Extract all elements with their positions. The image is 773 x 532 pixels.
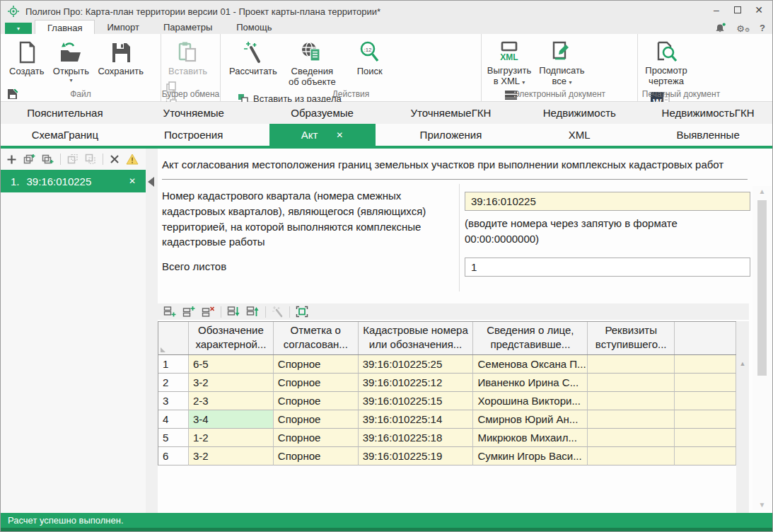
table-cell[interactable] <box>588 447 675 466</box>
header-designation[interactable]: Обозначениехарактерной... <box>189 322 274 354</box>
table-cell[interactable] <box>675 374 736 392</box>
table-cell[interactable] <box>675 355 736 374</box>
table-cell[interactable]: 39:16:010225:18 <box>359 429 474 447</box>
tab-shema-granits[interactable]: СхемаГраниц <box>1 124 129 146</box>
ribbon-tab-pomosch[interactable]: Помощь <box>224 20 284 34</box>
ribbon-tab-glavnaya[interactable]: Главная <box>35 20 95 34</box>
tab-akt[interactable]: Акт✕ <box>269 124 376 146</box>
tab-xml[interactable]: XML <box>515 124 644 146</box>
table-cell[interactable]: 1-2 <box>189 429 274 447</box>
table-cell[interactable]: 39:16:010225:25 <box>359 355 474 374</box>
table-cell[interactable]: Хорошина Виктори... <box>473 392 588 410</box>
settings-gear-icon[interactable]: ⚙⚙ <box>736 22 750 35</box>
scrollbar-thumb[interactable] <box>757 200 767 376</box>
tab-close-icon[interactable]: ✕ <box>336 130 343 140</box>
table-cell[interactable]: Спорное <box>274 374 359 392</box>
sheets-total-input[interactable]: 1 <box>465 258 750 277</box>
row-number[interactable]: 1 <box>158 355 189 374</box>
sign-all-button[interactable]: Подписать все ▾ <box>537 39 586 88</box>
close-button[interactable]: ✕ <box>748 1 769 19</box>
table-cell[interactable]: 3-2 <box>189 374 274 392</box>
table-cell[interactable]: Смирнов Юрий Ан... <box>473 410 588 429</box>
table-cell[interactable] <box>675 392 736 410</box>
table-cell[interactable]: Спорное <box>274 410 359 429</box>
tab-obrazuemye[interactable]: Образуемые <box>258 102 387 124</box>
maximize-button[interactable] <box>727 1 748 19</box>
table-cell[interactable]: Спорное <box>274 355 359 374</box>
table-cell[interactable]: Иваненко Ирина С... <box>473 374 588 392</box>
table-cell[interactable] <box>588 355 675 374</box>
table-cell[interactable] <box>675 447 736 466</box>
table-cell[interactable]: Микрюков Михаил... <box>473 429 588 447</box>
autofill-wand-icon[interactable] <box>272 306 284 318</box>
export-xml-button[interactable]: XML Выгрузить в XML ▾ <box>484 39 534 88</box>
object-info-button[interactable]: Сведения об объекте <box>283 39 341 89</box>
table-cell[interactable]: 3-4 <box>189 410 274 429</box>
table-cell[interactable] <box>675 429 736 447</box>
ribbon-tab-parametry[interactable]: Параметры <box>151 20 224 34</box>
quarter-number-input[interactable]: 39:16:010225 <box>465 192 750 211</box>
table-scrollbar[interactable]: ▲ <box>736 321 749 513</box>
row-number[interactable]: 4 <box>158 410 189 429</box>
header-empty[interactable] <box>675 322 736 354</box>
sidebar-item-quarter[interactable]: 1. 39:16:010225 ✕ <box>1 170 146 192</box>
tab-vyyavlennye[interactable]: Выявленные <box>644 124 772 146</box>
move-row-up-icon[interactable] <box>246 306 260 318</box>
duplicate-item-icon[interactable] <box>23 154 35 165</box>
insert-row-icon[interactable] <box>182 306 196 318</box>
table-cell[interactable]: 3-2 <box>189 447 274 466</box>
row-number[interactable]: 3 <box>158 392 189 410</box>
ribbon-tab-import[interactable]: Импорт <box>95 20 151 34</box>
delete-item-icon[interactable] <box>110 154 120 164</box>
row-number[interactable]: 5 <box>158 429 189 447</box>
table-cell[interactable]: 39:16:010225:12 <box>359 374 474 392</box>
table-cell[interactable] <box>588 410 675 429</box>
sidebar-gutter[interactable] <box>146 149 158 514</box>
main-scrollbar[interactable]: ▲ ▼ <box>752 186 772 510</box>
table-cell[interactable]: 39:16:010225:14 <box>359 410 474 429</box>
save-button[interactable]: Сохранить <box>95 39 146 79</box>
table-cell[interactable]: Семенова Оксана П... <box>473 355 588 374</box>
header-requisites[interactable]: Реквизитывступившего... <box>588 322 675 354</box>
help-icon[interactable]: ? <box>760 23 765 33</box>
row-number[interactable]: 2 <box>158 374 189 392</box>
move-row-down-icon[interactable] <box>227 306 240 318</box>
table-cell[interactable]: 39:16:010225:19 <box>359 447 474 466</box>
copy-item-icon[interactable] <box>42 154 54 165</box>
header-agreement-mark[interactable]: Отметка осогласован... <box>274 322 359 354</box>
tab-utochnyaemye-gkn[interactable]: УточняемыеГКН <box>386 102 515 124</box>
paste-item-alt-icon[interactable] <box>85 154 96 165</box>
add-row-icon[interactable] <box>163 306 177 318</box>
tab-nedvizhimost-gkn[interactable]: НедвижимостьГКН <box>644 102 772 124</box>
warning-icon[interactable] <box>126 154 139 165</box>
paste-button[interactable]: Вставить <box>165 39 210 79</box>
header-row-number[interactable] <box>158 322 189 354</box>
delete-row-icon[interactable] <box>202 306 215 318</box>
file-menu-button[interactable]: ▾ <box>5 23 32 34</box>
table-cell[interactable] <box>588 429 675 447</box>
tab-postroeniya[interactable]: Построения <box>129 124 258 146</box>
open-button[interactable]: Открыть ▾ <box>50 39 92 85</box>
preview-drawing-button[interactable]: Просмотр чертежа <box>642 39 690 88</box>
tab-poyasnitelnaya[interactable]: Пояснительная <box>1 102 129 124</box>
table-cell[interactable]: 39:16:010225:15 <box>359 392 474 410</box>
table-cell[interactable]: Спорное <box>274 447 359 466</box>
row-number[interactable]: 6 <box>158 447 189 466</box>
tab-prilozheniya[interactable]: Приложения <box>387 124 516 146</box>
header-person-info[interactable]: Сведения о лице,представивше... <box>473 322 588 354</box>
notifications-bell-icon[interactable] <box>715 23 726 33</box>
minimize-button[interactable]: – <box>706 1 727 19</box>
table-cell[interactable]: Спорное <box>274 429 359 447</box>
table-cell[interactable]: Сумкин Игорь Васи... <box>473 447 588 466</box>
header-cadastral-numbers[interactable]: Кадастровые номераили обозначения... <box>359 322 474 354</box>
table-cell[interactable] <box>588 374 675 392</box>
create-button[interactable]: Создать <box>6 39 47 79</box>
table-cell[interactable]: Спорное <box>274 392 359 410</box>
table-cell[interactable]: 2-3 <box>189 392 274 410</box>
expand-table-icon[interactable] <box>296 306 308 318</box>
paste-item-icon[interactable] <box>67 154 79 165</box>
search-button[interactable]: :12 Поиск <box>354 39 385 79</box>
calculate-button[interactable]: Рассчитать <box>226 39 280 79</box>
table-cell[interactable] <box>588 392 675 410</box>
scroll-up-icon[interactable]: ▲ <box>752 187 772 195</box>
